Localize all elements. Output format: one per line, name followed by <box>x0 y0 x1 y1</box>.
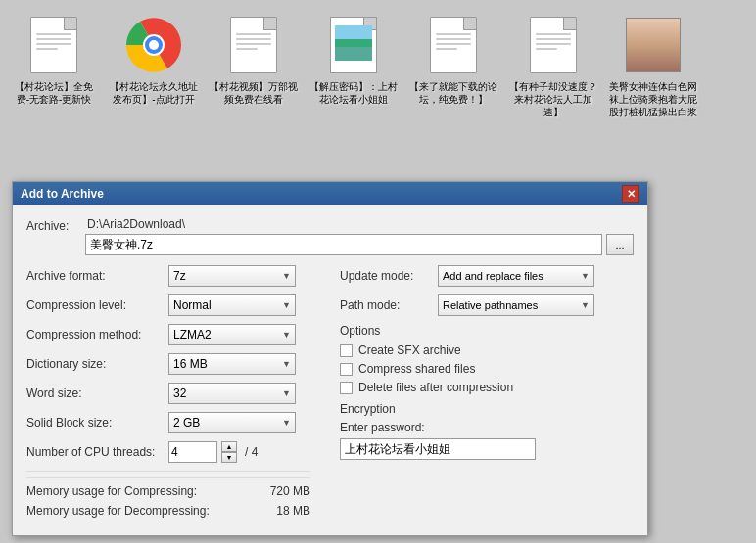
memory-compressing-row: Memory usage for Compressing: 720 MB <box>26 477 310 498</box>
dictionary-size-select[interactable]: 16 MB ▼ <box>168 353 296 375</box>
file-icon-3 <box>222 14 285 76</box>
desktop-icon-6[interactable]: 【有种子却没速度？来村花论坛人工加速】 <box>504 10 602 122</box>
update-mode-value: Add and replace files <box>443 270 543 282</box>
dialog-title: Add to Archive <box>21 187 104 201</box>
archive-format-row: Archive format: 7z ▼ <box>26 265 310 287</box>
update-mode-arrow: ▼ <box>581 271 590 281</box>
compress-shared-checkbox[interactable] <box>340 363 353 376</box>
create-sfx-label: Create SFX archive <box>358 343 461 357</box>
cpu-threads-label: Number of CPU threads: <box>26 445 168 459</box>
photo-icon-4 <box>322 14 385 76</box>
file-icon-5 <box>422 14 485 76</box>
icon-label-6: 【有种子却没速度？来村花论坛人工加速】 <box>508 80 598 118</box>
svg-point-3 <box>149 40 159 50</box>
create-sfx-row: Create SFX archive <box>340 343 634 357</box>
options-section: Options Create SFX archive Compress shar… <box>340 324 634 394</box>
dialog-titlebar: Add to Archive ✕ <box>13 182 647 205</box>
dialog-close-button[interactable]: ✕ <box>622 185 639 203</box>
desktop-icon-3[interactable]: 【村花视频】万部视频免费在线看 <box>205 10 303 110</box>
icon-label-4: 【解压密码】：上村花论坛看小姐姐 <box>308 80 399 106</box>
dictionary-size-row: Dictionary size: 16 MB ▼ <box>26 353 310 375</box>
archive-path-row: Archive: D:\Aria2Download\ ... <box>26 217 634 255</box>
dictionary-size-label: Dictionary size: <box>26 357 168 371</box>
desktop-icon-4[interactable]: 【解压密码】：上村花论坛看小姐姐 <box>305 10 402 110</box>
word-size-row: Word size: 32 ▼ <box>26 383 310 404</box>
compression-level-select[interactable]: Normal ▼ <box>168 294 296 316</box>
compression-method-value: LZMA2 <box>173 328 212 341</box>
dictionary-size-value: 16 MB <box>173 357 208 371</box>
desktop-icon-1[interactable]: 【村花论坛】全免费-无套路-更新快 <box>5 10 103 110</box>
archive-name-input[interactable] <box>85 234 602 255</box>
icon-label-1: 【村花论坛】全免费-无套路-更新快 <box>9 80 99 106</box>
path-mode-row: Path mode: Relative pathnames ▼ <box>340 294 634 316</box>
create-sfx-checkbox[interactable] <box>340 344 353 357</box>
chrome-icon <box>122 14 185 76</box>
path-mode-label: Path mode: <box>340 298 438 312</box>
solid-block-size-label: Solid Block size: <box>26 416 168 430</box>
memory-decompressing-row: Memory usage for Decompressing: 18 MB <box>26 504 310 518</box>
word-size-select[interactable]: 32 ▼ <box>168 383 296 404</box>
memory-compressing-value: 720 MB <box>232 484 310 498</box>
right-column: Update mode: Add and replace files ▼ Pat… <box>330 265 634 523</box>
solid-block-size-arrow: ▼ <box>282 418 291 428</box>
archive-label: Archive: <box>26 217 85 233</box>
compression-method-label: Compression method: <box>26 328 168 341</box>
path-mode-arrow: ▼ <box>581 300 590 310</box>
compression-level-row: Compression level: Normal ▼ <box>26 294 310 316</box>
delete-files-row: Delete files after compression <box>340 381 634 394</box>
solid-block-size-value: 2 GB <box>173 416 200 430</box>
encryption-section: Encryption Enter password: <box>340 402 634 460</box>
cpu-threads-up[interactable]: ▲ <box>221 441 237 452</box>
cpu-threads-input[interactable] <box>168 441 217 463</box>
icon-label-7: 美臀女神连体白色网袜上位骑乘抱着大屁股打桩机猛操出白浆 <box>608 80 698 118</box>
compression-method-select[interactable]: LZMA2 ▼ <box>168 324 296 345</box>
delete-files-label: Delete files after compression <box>358 381 513 394</box>
memory-decompressing-value: 18 MB <box>232 504 310 518</box>
compression-method-arrow: ▼ <box>282 330 291 339</box>
solid-block-size-select[interactable]: 2 GB ▼ <box>168 412 296 433</box>
compression-level-label: Compression level: <box>26 298 168 312</box>
compression-level-value: Normal <box>173 298 212 312</box>
dialog-body: Archive: D:\Aria2Download\ ... Archive f… <box>13 205 647 535</box>
archive-input-row: ... <box>85 234 634 255</box>
desktop-icon-5[interactable]: 【来了就能下载的论坛，纯免费！】 <box>404 10 502 110</box>
password-label: Enter password: <box>340 421 634 434</box>
archive-format-value: 7z <box>173 269 186 283</box>
archive-format-select[interactable]: 7z ▼ <box>168 265 296 287</box>
word-size-label: Word size: <box>26 386 168 400</box>
cpu-threads-arrows: ▲ ▼ <box>221 441 237 463</box>
delete-files-checkbox[interactable] <box>340 382 353 394</box>
file-icon-1 <box>23 14 85 76</box>
memory-compressing-label: Memory usage for Compressing: <box>26 484 232 498</box>
solid-block-size-row: Solid Block size: 2 GB ▼ <box>26 412 310 433</box>
word-size-value: 32 <box>173 386 186 400</box>
password-input[interactable] <box>340 438 536 460</box>
cpu-threads-row: Number of CPU threads: ▲ ▼ / 4 <box>26 441 310 463</box>
compression-method-row: Compression method: LZMA2 ▼ <box>26 324 310 345</box>
path-mode-value: Relative pathnames <box>443 299 538 311</box>
compression-level-arrow: ▼ <box>282 300 291 310</box>
path-mode-select[interactable]: Relative pathnames ▼ <box>438 294 594 316</box>
file-icon-6 <box>522 14 585 76</box>
update-mode-row: Update mode: Add and replace files ▼ <box>340 265 634 287</box>
compress-shared-label: Compress shared files <box>358 362 475 376</box>
update-mode-select[interactable]: Add and replace files ▼ <box>438 265 594 287</box>
archive-path-text: D:\Aria2Download\ <box>85 217 634 231</box>
options-title: Options <box>340 324 634 338</box>
desktop-icon-2[interactable]: 【村花论坛永久地址发布页】-点此打开 <box>105 10 203 110</box>
dictionary-size-arrow: ▼ <box>282 359 291 369</box>
desktop-icon-7[interactable]: 美臀女神连体白色网袜上位骑乘抱着大屁股打桩机猛操出白浆 <box>604 10 702 122</box>
archive-format-label: Archive format: <box>26 269 168 283</box>
archive-format-arrow: ▼ <box>282 271 291 281</box>
icon-label-5: 【来了就能下载的论坛，纯免费！】 <box>408 80 498 106</box>
cpu-threads-input-group: ▲ ▼ / 4 <box>168 441 258 463</box>
adult-photo-icon <box>622 14 685 76</box>
left-column: Archive format: 7z ▼ Compression level: … <box>26 265 330 523</box>
icon-label-3: 【村花视频】万部视频免费在线看 <box>209 80 299 106</box>
archive-path-col: D:\Aria2Download\ ... <box>85 217 634 255</box>
memory-decompressing-label: Memory usage for Decompressing: <box>26 504 232 518</box>
cpu-threads-down[interactable]: ▼ <box>221 452 237 463</box>
add-to-archive-dialog: Add to Archive ✕ Archive: D:\Aria2Downlo… <box>12 181 648 536</box>
form-grid: Archive format: 7z ▼ Compression level: … <box>26 265 634 523</box>
browse-button[interactable]: ... <box>606 234 634 255</box>
